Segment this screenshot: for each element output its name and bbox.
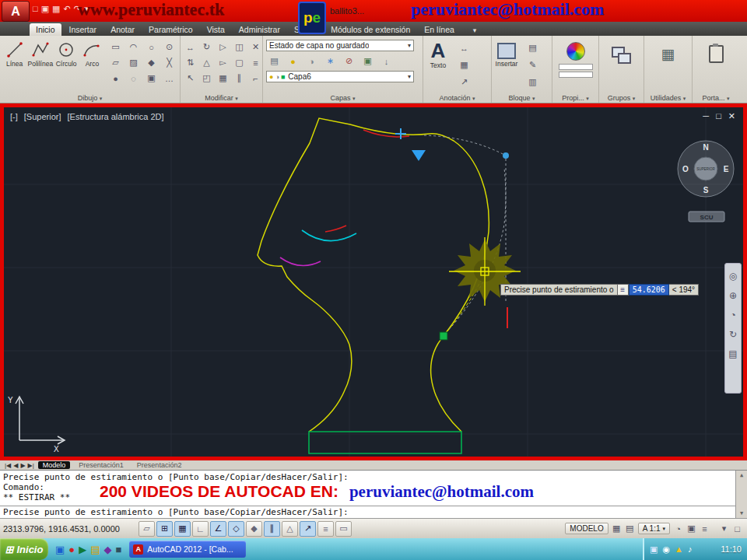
red-arc-small[interactable] bbox=[325, 226, 346, 232]
modify-tool-icon[interactable]: ✕ bbox=[247, 40, 264, 54]
viewcube-face-label[interactable]: SUPERIOR bbox=[696, 167, 715, 171]
navbar-tool-icon[interactable]: ↻ bbox=[729, 329, 737, 340]
scu-chip[interactable]: SCU bbox=[689, 212, 724, 222]
minimize-icon[interactable]: ─ bbox=[703, 111, 709, 121]
compass-n[interactable]: N bbox=[703, 143, 708, 152]
draw-tool-icon[interactable]: ◠ bbox=[125, 40, 142, 54]
layer-combo[interactable]: ●◑■ Capa6 ▾ bbox=[266, 71, 414, 82]
tab-anotar[interactable]: Anotar bbox=[104, 23, 141, 36]
modify-tool-icon[interactable]: ∥ bbox=[231, 71, 247, 86]
tab-presentacion2[interactable]: Presentación2 bbox=[132, 461, 187, 469]
drafting-toggle-button[interactable]: ↗ bbox=[300, 521, 316, 537]
tab-presentacion1[interactable]: Presentación1 bbox=[74, 461, 128, 469]
compass-o[interactable]: O bbox=[682, 165, 689, 173]
command-line-panel[interactable]: Precise punto de estiramiento o [Punto b… bbox=[0, 470, 747, 518]
modify-tool-icon[interactable]: ▷ bbox=[215, 40, 231, 54]
knight-base[interactable] bbox=[309, 432, 461, 453]
draw-tool-icon[interactable]: ▨ bbox=[125, 55, 142, 70]
draw-tool-icon[interactable]: … bbox=[161, 71, 177, 86]
command-splitter[interactable] bbox=[0, 506, 735, 506]
coordinate-readout[interactable]: 2313.9796, 1916.4531, 0.0000 bbox=[3, 524, 137, 534]
drafting-toggle-button[interactable]: ▭ bbox=[335, 521, 352, 537]
status-menu-icon[interactable]: ▾ bbox=[717, 522, 731, 536]
tab-vista[interactable]: Vista bbox=[201, 23, 231, 36]
tray-icon[interactable]: ▣ bbox=[650, 544, 658, 555]
panel-label-capas[interactable]: Capas ▾ bbox=[263, 94, 423, 102]
quick-launch-icon[interactable]: ● bbox=[68, 544, 75, 555]
taskbar-app-button[interactable]: A AutoCAD 2012 - [Cab... bbox=[129, 541, 246, 558]
tray-icon[interactable]: ♪ bbox=[688, 544, 693, 555]
scroll-up-icon[interactable]: ▲ bbox=[740, 472, 743, 478]
arco-button[interactable]: Arco bbox=[79, 37, 105, 68]
modify-tool-icon[interactable]: ⌐ bbox=[247, 71, 264, 86]
modify-tool-icon[interactable]: ◰ bbox=[198, 71, 215, 86]
modify-tool-icon[interactable]: ▦ bbox=[215, 71, 231, 86]
quick-launch-icon[interactable]: ▶ bbox=[79, 544, 86, 555]
modify-tool-icon[interactable]: ≡ bbox=[247, 55, 264, 70]
drafting-toggle-button[interactable]: ▦ bbox=[174, 521, 191, 537]
quickview-icon[interactable]: ▤ bbox=[623, 522, 637, 536]
layout-nav-arrow[interactable]: ▶| bbox=[28, 462, 34, 469]
dyn-distance-input[interactable]: 54.6206 bbox=[629, 284, 669, 296]
draw-tool-icon[interactable]: ◌ bbox=[125, 71, 142, 86]
layer-tool-icon[interactable]: ∗ bbox=[322, 54, 338, 68]
layer-tool-icon[interactable]: ◑ bbox=[303, 54, 320, 68]
block-tool-icon[interactable]: ▤ bbox=[524, 40, 541, 55]
annotation-tool-icon[interactable]: ↔ bbox=[456, 40, 472, 55]
layer-tool-icon[interactable]: ● bbox=[285, 54, 301, 68]
compass-e[interactable]: E bbox=[724, 165, 729, 173]
qat-icon[interactable]: □ bbox=[33, 4, 38, 14]
texto-button[interactable]: A Texto bbox=[425, 37, 451, 69]
color-wheel-icon[interactable] bbox=[566, 42, 585, 61]
quick-launch-icon[interactable]: ▤ bbox=[90, 544, 100, 555]
draw-tool-icon[interactable]: ◆ bbox=[143, 55, 160, 70]
linea-button[interactable]: Línea bbox=[2, 37, 27, 68]
drawing-canvas[interactable]: Y X N E S O SUPERIOR SCU bbox=[4, 107, 743, 457]
panel-label-propiedades[interactable]: Propi... ▾ bbox=[552, 94, 598, 102]
panel-label-grupos[interactable]: Grupos ▾ bbox=[599, 94, 644, 102]
magenta-arc[interactable] bbox=[280, 257, 321, 265]
modify-tool-icon[interactable]: ▢ bbox=[231, 55, 247, 70]
chevron-down-icon[interactable]: ▾ bbox=[408, 42, 411, 49]
navbar-tool-icon[interactable]: ◔ bbox=[730, 310, 735, 320]
drafting-toggle-button[interactable]: ∥ bbox=[264, 521, 280, 537]
draw-tool-icon[interactable]: ▭ bbox=[107, 40, 124, 54]
panel-label-dibujo[interactable]: Dibujo ▾ bbox=[0, 94, 180, 102]
tab-en-linea[interactable]: En línea bbox=[418, 23, 461, 36]
drafting-toggle-button[interactable]: ▱ bbox=[139, 521, 155, 537]
tab-modelo[interactable]: Modelo bbox=[38, 461, 71, 469]
quickview-icon[interactable]: ▦ bbox=[610, 522, 623, 536]
block-tool-icon[interactable]: ▥ bbox=[524, 75, 541, 89]
grip-point[interactable] bbox=[440, 332, 447, 340]
panel-label-modificar[interactable]: Modificar ▾ bbox=[181, 94, 262, 102]
modelo-button[interactable]: MODELO bbox=[565, 523, 608, 534]
block-tool-icon[interactable]: ✎ bbox=[524, 58, 541, 72]
circulo-button[interactable]: Círculo bbox=[54, 37, 79, 68]
chevron-down-icon[interactable]: ▾ bbox=[408, 73, 411, 80]
layer-tool-icon[interactable]: ⊘ bbox=[341, 54, 357, 68]
layer-tool-icon[interactable]: ▤ bbox=[266, 54, 282, 68]
property-bar[interactable] bbox=[559, 64, 593, 70]
drafting-toggle-button[interactable]: △ bbox=[282, 521, 298, 537]
modify-tool-icon[interactable]: ↔ bbox=[182, 40, 198, 54]
quick-launch-icon[interactable]: ■ bbox=[115, 544, 121, 555]
drafting-toggle-button[interactable]: ◇ bbox=[228, 521, 244, 537]
quick-launch-icon[interactable]: ◆ bbox=[103, 544, 111, 555]
layout-nav-arrow[interactable]: |◀ bbox=[5, 462, 11, 469]
chevron-down-icon[interactable]: ▾ bbox=[470, 25, 480, 36]
layout-nav-arrow[interactable]: ◀ bbox=[13, 462, 18, 469]
annotation-status-icon[interactable]: ▣ bbox=[685, 522, 698, 536]
insertar-button[interactable]: Insertar bbox=[493, 37, 520, 68]
panel-label-portapapeles[interactable]: Porta... ▾ bbox=[693, 94, 739, 102]
knight-outline[interactable] bbox=[258, 118, 489, 432]
tray-icon[interactable]: ▲ bbox=[675, 544, 683, 555]
annotation-status-icon[interactable]: ≡ bbox=[698, 522, 711, 536]
layer-tool-icon[interactable]: ▣ bbox=[359, 54, 376, 68]
annotation-status-icon[interactable]: ◔ bbox=[672, 522, 685, 536]
panel-label-anotacion[interactable]: Anotación ▾ bbox=[423, 94, 491, 102]
viewcube[interactable]: N E S O SUPERIOR bbox=[678, 141, 734, 197]
dyn-options-icon[interactable]: ≡ bbox=[618, 284, 629, 296]
modify-tool-icon[interactable]: ↻ bbox=[198, 40, 215, 54]
drafting-toggle-button[interactable]: ◆ bbox=[246, 521, 262, 537]
viewport-visual-style-control[interactable]: [Estructura alámbrica 2D] bbox=[67, 112, 163, 121]
